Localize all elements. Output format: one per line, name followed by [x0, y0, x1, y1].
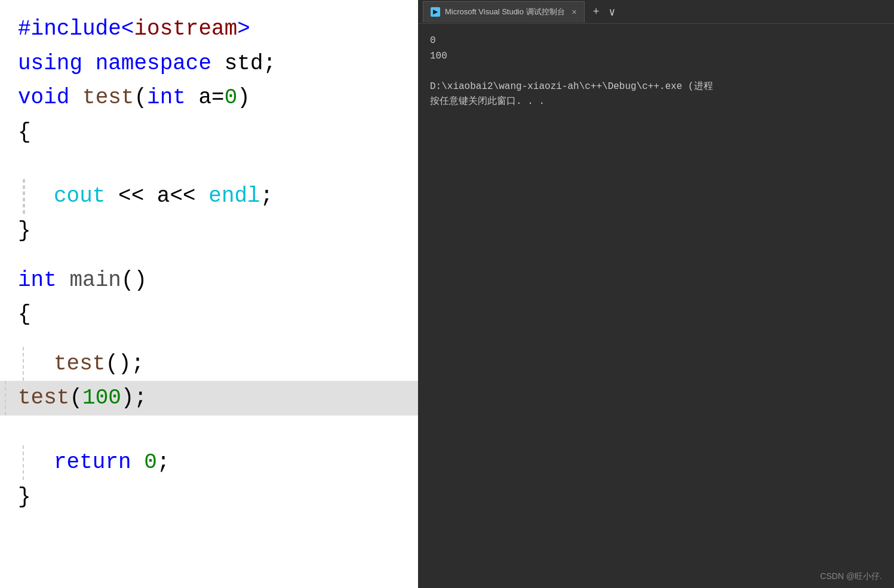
terminal-output-line-4: D:\xiaobai2\wang-xiaozi-ah\c++\Debug\c++… [430, 79, 882, 95]
code-line-using: using namespace std; [18, 47, 412, 81]
terminal-tab[interactable]: ▶ Microsoft Visual Studio 调试控制台 × [423, 1, 585, 23]
terminal-content: 0 100 D:\xiaobai2\wang-xiaozi-ah\c++\Deb… [418, 24, 894, 588]
terminal-tab-icon: ▶ [431, 7, 440, 17]
terminal-dropdown-button[interactable]: ∨ [606, 4, 619, 20]
code-spacing-2 [18, 248, 412, 263]
terminal-tab-label: Microsoft Visual Studio 调试控制台 [445, 7, 565, 17]
code-spacing-3 [18, 332, 412, 347]
terminal-close-button[interactable]: × [572, 7, 577, 17]
terminal-tab-actions: + ∨ [589, 4, 619, 20]
terminal-add-tab-button[interactable]: + [589, 5, 603, 19]
code-line-int-main: int main() [18, 263, 412, 298]
code-spacing-4 [18, 415, 412, 445]
terminal-output-line-2: 100 [430, 49, 882, 64]
terminal-output-line-5: 按任意键关闭此窗口. . . [430, 94, 882, 110]
code-line-test-call: test(); [18, 347, 412, 381]
code-line-cout: cout << a<< endl; [18, 179, 412, 214]
code-line-open-brace-1: { [18, 115, 412, 150]
code-line-return: return 0; [18, 445, 412, 480]
code-line-open-brace-2: { [18, 297, 412, 332]
code-line-test-call-100: test(100); [0, 381, 418, 415]
watermark-text: CSDN @旺小仔. [820, 571, 882, 582]
code-spacing-1 [18, 149, 412, 179]
terminal-output-line-1: 0 [430, 33, 882, 49]
code-line-close-brace-2: } [18, 480, 412, 515]
code-editor-panel: #include<iostream> using namespace std; … [0, 0, 418, 588]
code-line-void-test: void test(int a=0) [18, 81, 412, 115]
terminal-tab-bar: ▶ Microsoft Visual Studio 调试控制台 × + ∨ [418, 0, 894, 24]
code-line-include: #include<iostream> [18, 12, 412, 47]
terminal-panel: ▶ Microsoft Visual Studio 调试控制台 × + ∨ 0 … [418, 0, 894, 588]
terminal-output-line-3 [430, 64, 882, 79]
code-line-close-brace-1: } [18, 214, 412, 248]
